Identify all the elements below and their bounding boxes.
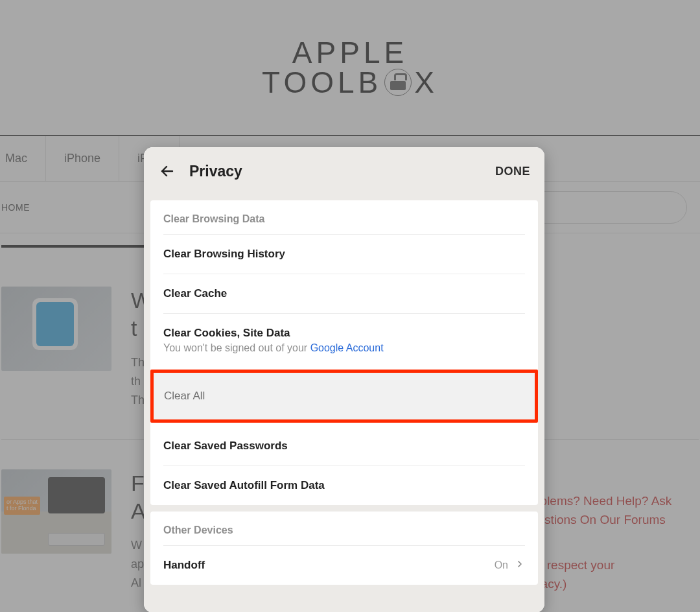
clear-data-card: Clear Browsing Data Clear Browsing Histo… <box>150 200 538 505</box>
modal-title: Privacy <box>189 163 482 180</box>
chevron-right-icon <box>515 559 525 572</box>
clear-all-row[interactable]: Clear All <box>154 373 535 419</box>
row-title: Clear Cookies, Site Data <box>163 327 525 340</box>
clear-autofill-row[interactable]: Clear Saved Autofill Form Data <box>150 466 538 505</box>
handoff-row[interactable]: Handoff On <box>150 546 538 585</box>
row-title: Clear Cache <box>163 287 525 300</box>
row-title: Clear All <box>164 390 524 403</box>
privacy-modal: Privacy DONE Clear Browsing Data Clear B… <box>144 147 544 612</box>
row-title: Handoff <box>163 559 495 572</box>
row-title: Clear Saved Autofill Form Data <box>163 479 525 492</box>
google-account-link[interactable]: Google Account <box>310 342 384 353</box>
row-title: Clear Saved Passwords <box>163 440 525 453</box>
arrow-left-icon <box>159 163 175 179</box>
clear-passwords-row[interactable]: Clear Saved Passwords <box>150 427 538 465</box>
row-subtitle: You won't be signed out of your Google A… <box>163 342 525 354</box>
modal-body: Clear Browsing Data Clear Browsing Histo… <box>144 195 544 612</box>
row-value: On <box>495 559 508 571</box>
other-devices-card: Other Devices Handoff On <box>150 512 538 585</box>
back-button[interactable] <box>158 162 176 180</box>
modal-header: Privacy DONE <box>144 147 544 195</box>
row-title: Clear Browsing History <box>163 248 525 261</box>
done-button[interactable]: DONE <box>495 165 530 178</box>
card-section-label: Other Devices <box>150 512 538 545</box>
clear-cookies-row[interactable]: Clear Cookies, Site Data You won't be si… <box>150 314 538 367</box>
clear-cache-row[interactable]: Clear Cache <box>150 274 538 313</box>
clear-all-highlight: Clear All <box>150 370 538 423</box>
clear-history-row[interactable]: Clear Browsing History <box>150 235 538 274</box>
card-section-label: Clear Browsing Data <box>150 200 538 234</box>
